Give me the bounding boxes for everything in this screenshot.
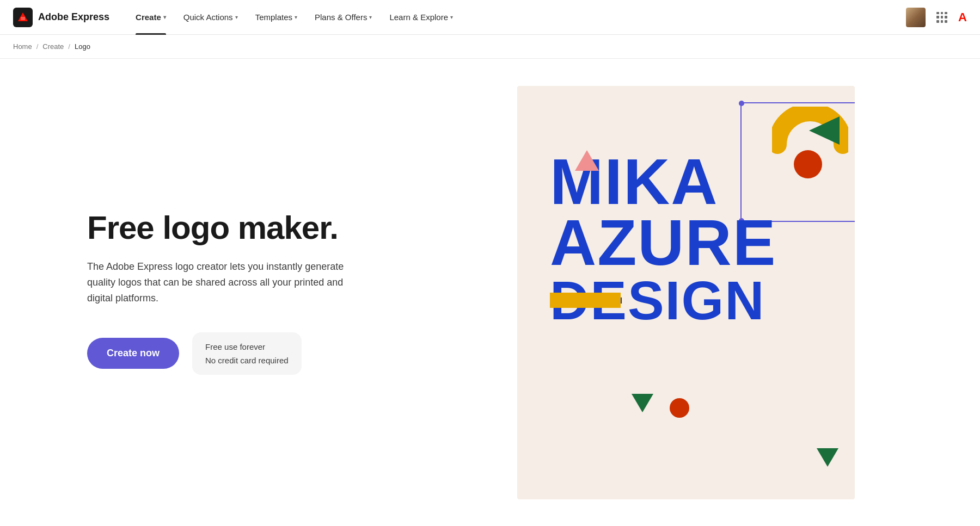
breadcrumb: Home / Create / Logo xyxy=(0,35,980,59)
preview-panel: MIKA AZURE DESIGN xyxy=(414,59,980,526)
hero-title: Free logo maker. xyxy=(87,210,370,246)
navbar-right: A xyxy=(906,8,967,27)
user-avatar[interactable] xyxy=(906,8,926,27)
green-triangle-bottom-right xyxy=(817,448,838,467)
chevron-down-icon: ▾ xyxy=(369,14,372,20)
nav-item-templates[interactable]: Templates ▾ xyxy=(247,0,306,35)
svg-rect-1 xyxy=(21,17,25,20)
chevron-down-icon: ▾ xyxy=(450,14,453,20)
breadcrumb-sep-1: / xyxy=(36,42,39,51)
breadcrumb-current: Logo xyxy=(75,42,90,51)
chevron-down-icon: ▾ xyxy=(295,14,297,20)
hero-description: The Adobe Express logo creator lets you … xyxy=(87,259,370,306)
nav-item-quick-actions[interactable]: Quick Actions ▾ xyxy=(175,0,247,35)
selection-handle-tl xyxy=(739,101,744,106)
chevron-down-icon: ▾ xyxy=(163,14,166,20)
nav-item-plans[interactable]: Plans & Offers ▾ xyxy=(306,0,381,35)
logo-preview-card: MIKA AZURE DESIGN xyxy=(517,86,855,499)
brand-icon xyxy=(13,8,33,27)
navbar: Adobe Express Create ▾ Quick Actions ▾ T… xyxy=(0,0,980,35)
breadcrumb-home[interactable]: Home xyxy=(13,42,32,51)
nav-item-learn[interactable]: Learn & Explore ▾ xyxy=(381,0,462,35)
red-circle-shape xyxy=(794,150,822,178)
breadcrumb-create[interactable]: Create xyxy=(42,42,64,51)
adobe-logo-icon[interactable]: A xyxy=(958,10,967,24)
free-badge: Free use forever No credit card required xyxy=(192,332,302,375)
green-triangle-bottom xyxy=(632,394,653,412)
yellow-bar-shape xyxy=(550,293,621,308)
svg-marker-2 xyxy=(809,116,840,145)
main-nav: Create ▾ Quick Actions ▾ Templates ▾ Pla… xyxy=(127,0,906,35)
red-dot-bottom xyxy=(670,398,689,418)
breadcrumb-sep-2: / xyxy=(68,42,70,51)
nav-item-create[interactable]: Create ▾ xyxy=(127,0,175,35)
chevron-down-icon: ▾ xyxy=(235,14,238,20)
brand-name: Adobe Express xyxy=(38,11,109,23)
hero-section: Free logo maker. The Adobe Express logo … xyxy=(0,166,414,418)
green-triangle-top-right xyxy=(809,116,840,145)
free-line1: Free use forever xyxy=(205,341,289,352)
brand-logo[interactable]: Adobe Express xyxy=(13,8,109,27)
free-line2: No credit card required xyxy=(205,355,289,366)
apps-grid-icon[interactable] xyxy=(934,10,950,25)
logo-text-block: MIKA AZURE DESIGN xyxy=(550,151,776,327)
create-now-button[interactable]: Create now xyxy=(87,338,179,369)
main-content: Free logo maker. The Adobe Express logo … xyxy=(0,59,980,526)
cta-row: Create now Free use forever No credit ca… xyxy=(87,332,370,375)
pink-triangle-shape xyxy=(575,150,599,171)
logo-text-azure: AZURE xyxy=(550,212,776,273)
